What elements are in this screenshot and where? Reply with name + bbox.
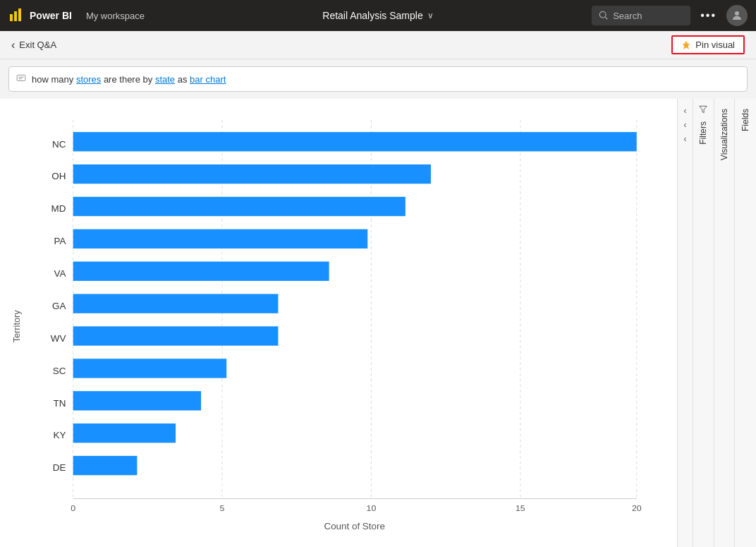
filter-icon xyxy=(698,104,708,114)
y-axis-label: Territory xyxy=(11,310,22,342)
svg-line-4 xyxy=(605,17,607,19)
collapse-fields-button[interactable]: ‹ xyxy=(682,133,688,145)
bar-TN xyxy=(73,391,201,410)
svg-point-5 xyxy=(735,11,739,16)
qa-stores-underline: stores xyxy=(76,74,101,85)
qa-input-icon xyxy=(16,73,26,85)
report-title-label: Retail Analysis Sample xyxy=(322,10,422,21)
x-tick-15: 15 xyxy=(516,503,525,513)
bar-label-DE: DE xyxy=(53,463,66,474)
back-arrow-icon: ‹ xyxy=(11,39,15,52)
bar-SC xyxy=(73,359,227,378)
bar-label-TN: TN xyxy=(53,398,66,409)
collapse-arrows-col: ‹ ‹ ‹ xyxy=(678,99,693,547)
filter-icon-area xyxy=(698,104,708,114)
exit-qa-label: Exit Q&A xyxy=(19,40,56,50)
exit-qa-button[interactable]: ‹ Exit Q&A xyxy=(11,39,56,52)
qa-input-bar[interactable]: how many stores are there by state as ba… xyxy=(8,66,748,92)
title-chevron-icon[interactable]: ∨ xyxy=(427,11,434,20)
x-axis-label: Count of Store xyxy=(324,522,384,532)
svg-point-3 xyxy=(600,11,606,18)
filters-panel-label[interactable]: Filters xyxy=(697,117,709,149)
bar-label-VA: VA xyxy=(54,268,66,279)
x-tick-0: 0 xyxy=(71,503,75,513)
bar-NC xyxy=(73,132,637,151)
bar-WV xyxy=(73,326,279,345)
filters-panel: Filters xyxy=(693,99,714,547)
svg-rect-0 xyxy=(10,14,13,21)
pin-icon xyxy=(681,40,691,50)
chart-area: Territory NC OH MD PA VA GA xyxy=(0,99,677,547)
visualizations-panel-label[interactable]: Visualizations xyxy=(718,104,731,164)
bar-label-SC: SC xyxy=(53,366,66,376)
x-tick-5: 5 xyxy=(220,503,225,513)
qa-barchart-underline: bar chart xyxy=(190,74,226,85)
bar-label-MD: MD xyxy=(51,204,66,215)
pin-visual-label: Pin visual xyxy=(695,40,735,50)
bar-KY xyxy=(73,423,176,443)
bar-DE xyxy=(73,456,138,475)
search-box[interactable]: Search xyxy=(592,6,690,25)
bar-label-OH: OH xyxy=(51,172,66,182)
bar-PA xyxy=(73,229,368,248)
qa-query-text: how many stores are there by state as ba… xyxy=(32,74,226,85)
side-panel-area: ‹ ‹ ‹ Filters Visualizations Fields xyxy=(677,99,756,547)
bar-VA xyxy=(73,262,329,281)
topnav: Power BI My workspace Retail Analysis Sa… xyxy=(0,0,756,31)
fields-panel-label[interactable]: Fields xyxy=(739,104,752,136)
bar-GA xyxy=(73,294,279,313)
qa-state-underline: state xyxy=(155,74,175,85)
more-options-button[interactable]: ••• xyxy=(696,8,721,23)
bar-label-KY: KY xyxy=(53,431,66,441)
svg-rect-6 xyxy=(17,75,25,80)
powerbi-logo-area: Power BI xyxy=(8,7,72,24)
workspace-label[interactable]: My workspace xyxy=(86,11,145,21)
search-placeholder: Search xyxy=(613,11,642,21)
subbar: ‹ Exit Q&A Pin visual xyxy=(0,31,756,59)
bar-MD xyxy=(73,197,406,216)
search-icon xyxy=(599,11,609,20)
main-area: Territory NC OH MD PA VA GA xyxy=(0,99,756,547)
x-tick-10: 10 xyxy=(367,503,377,513)
svg-rect-1 xyxy=(14,11,17,21)
svg-marker-15 xyxy=(700,106,707,112)
visualizations-panel: Visualizations xyxy=(714,99,736,547)
bar-OH xyxy=(73,164,431,184)
fields-panel: Fields xyxy=(735,99,756,547)
chat-icon xyxy=(16,73,26,83)
powerbi-logo-icon xyxy=(8,7,25,24)
bar-label-PA: PA xyxy=(54,236,66,247)
bar-label-WV: WV xyxy=(51,333,66,344)
bar-label-GA: GA xyxy=(52,301,66,311)
pin-visual-button[interactable]: Pin visual xyxy=(671,35,745,54)
powerbi-brand-label: Power BI xyxy=(30,10,72,21)
avatar[interactable] xyxy=(726,5,748,26)
bar-chart-svg: Territory NC OH MD PA VA GA xyxy=(11,106,666,540)
bar-label-NC: NC xyxy=(52,139,66,150)
report-title-area: Retail Analysis Sample ∨ xyxy=(322,10,433,21)
svg-rect-2 xyxy=(18,8,21,21)
topnav-right-area: Search ••• xyxy=(592,5,748,26)
collapse-all-button[interactable]: ‹ xyxy=(682,104,688,117)
avatar-icon xyxy=(731,9,743,22)
x-tick-20: 20 xyxy=(632,503,642,513)
collapse-visualizations-button[interactable]: ‹ xyxy=(682,119,688,131)
